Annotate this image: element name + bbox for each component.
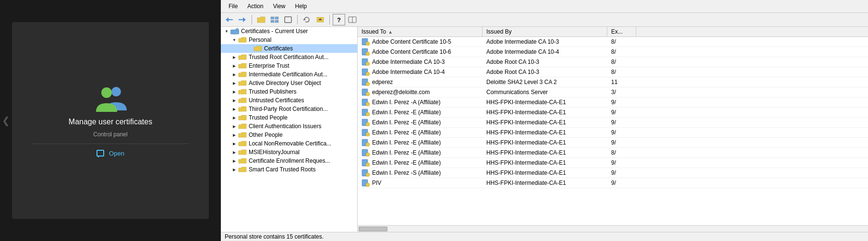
cert-icon [362,48,370,56]
svg-point-25 [366,62,370,66]
tree-item-10[interactable]: ▶Local NonRemovable Certifica... [221,139,357,148]
svg-point-0 [111,87,121,96]
svg-point-29 [366,82,370,86]
svg-point-35 [366,112,370,116]
cell-issued-to: Edwin I. Perez -E (Affiliate) [358,138,482,147]
list-row[interactable]: PIVHHS-FPKI-Intermediate-CA-E19/ [358,178,868,188]
svg-rect-11 [285,17,291,23]
tree-item-7[interactable]: ▶Trusted People [221,113,357,122]
toolbar-forward[interactable] [236,14,249,25]
cell-issued-to: Edwin I. Perez -A (Affiliate) [358,97,482,107]
tree-item-9[interactable]: ▶Other People [221,131,357,139]
tree-item-certificates[interactable]: Certificates [221,44,357,53]
open-icon [96,150,105,157]
menu-view[interactable]: View [269,2,289,11]
tree-item-5[interactable]: ▶Untrusted Certificates [221,96,357,105]
mmc-window: File Action View Help [221,0,868,241]
tree-item-13[interactable]: ▶Smart Card Trusted Roots [221,165,357,174]
list-row[interactable]: Edwin I. Perez -E (Affiliate)HHS-FPKI-In… [358,118,868,128]
tree-item-personal[interactable]: ▼ Personal [221,36,357,44]
svg-rect-7 [271,17,274,19]
list-row[interactable]: Edwin I. Perez -E (Affiliate)HHS-FPKI-In… [358,148,868,158]
list-row[interactable]: Adobe Intermediate CA 10-3Adobe Root CA … [358,57,868,67]
cell-issued-by: Deloitte SHA2 Level 3 CA 2 [482,78,607,86]
tree-label: MSIEHistoryJournal [249,149,300,156]
svg-marker-12 [303,19,306,20]
cell-issued-by: Adobe Root CA 10-3 [482,58,607,66]
tree-item-1[interactable]: ▶Enterprise Trust [221,61,357,70]
cert-icon [362,68,370,76]
list-row[interactable]: Adobe Intermediate CA 10-4Adobe Root CA … [358,67,868,77]
tree-item-11[interactable]: ▶MSIEHistoryJournal [221,148,357,157]
list-row[interactable]: Edwin I. Perez -S (Affiliate)HHS-FPKI-In… [358,168,868,178]
tree-item-0[interactable]: ▶Trusted Root Certification Aut... [221,53,357,61]
col-header-expiry[interactable]: Ex... [607,27,636,36]
cell-expiry: 9/ [607,138,636,147]
list-row[interactable]: Edwin I. Perez -E (Affiliate)HHS-FPKI-In… [358,108,868,118]
tree-item-3[interactable]: ▶Active Directory User Object [221,79,357,87]
list-row[interactable]: Adobe Content Certificate 10-6Adobe Inte… [358,47,868,57]
tree-item-4[interactable]: ▶Trusted Publishers [221,87,357,96]
tree-item-2[interactable]: ▶Intermediate Certification Aut... [221,70,357,79]
toolbar-export[interactable] [314,14,326,25]
toolbar-back[interactable] [223,14,235,25]
toolbar-refresh[interactable] [301,14,313,25]
svg-point-43 [366,153,370,157]
list-row[interactable]: Edwin I. Perez -E (Affiliate)HHS-FPKI-In… [358,128,868,138]
tree-label: Certificate Enrollment Reques... [249,157,330,164]
cert-icon [362,38,370,46]
expand-icon: ▶ [230,114,238,121]
svg-point-41 [366,143,370,146]
expand-icon: ▶ [230,148,238,156]
menu-file[interactable]: File [225,2,241,11]
folder-icon-personal [238,36,247,43]
folder-icon [238,54,247,60]
list-row[interactable]: Adobe Content Certificate 10-5Adobe Inte… [358,37,868,47]
tree-certs-label: Certificates [264,45,293,52]
cell-issued-by: HHS-FPKI-Intermediate-CA-E1 [482,108,607,117]
svg-rect-2 [97,150,104,156]
tree-item-12[interactable]: ▶Certificate Enrollment Reques... [221,157,357,165]
toolbar-sep-3 [329,15,330,24]
collapse-chevron[interactable]: ❮ [2,115,10,126]
cert-icon [362,149,370,157]
tree-item-6[interactable]: ▶Third-Party Root Certification... [221,105,357,113]
list-row[interactable]: edperez@deloitte.comCommunications Serve… [358,87,868,97]
toolbar-sep-2 [297,15,298,24]
tree-item-root[interactable]: ▼ Certificates - Current User [221,27,357,36]
status-bar: Personal store contains 15 certificates. [221,232,868,241]
expand-icon-personal: ▼ [230,36,238,44]
cell-expiry: 9/ [607,98,636,107]
tree-label: Other People [249,132,283,138]
cell-issued-to: Edwin I. Perez -E (Affiliate) [358,148,482,157]
expand-icon: ▶ [230,79,238,87]
expand-icon: ▶ [230,166,238,173]
tree-label: Trusted People [249,114,288,121]
svg-point-19 [236,28,239,31]
open-label: Open [109,150,124,157]
toolbar-help[interactable]: ? [333,14,345,25]
tree-label: Trusted Root Certification Aut... [249,54,328,60]
col-header-issued-to[interactable]: Issued To ▲ [358,27,482,36]
list-row[interactable]: Edwin I. Perez -E (Affiliate)HHS-FPKI-In… [358,158,868,168]
root-icon [230,28,239,35]
toolbar-folder[interactable] [255,14,267,25]
open-button[interactable]: Open [96,150,124,157]
svg-point-33 [366,102,370,106]
tree-item-8[interactable]: ▶Client Authentication Issuers [221,122,357,131]
list-row[interactable]: Edwin I. Perez -E (Affiliate)HHS-FPKI-In… [358,138,868,148]
toolbar-snap[interactable] [346,14,359,25]
toolbar-view[interactable] [268,14,281,25]
toolbar-window[interactable] [282,14,294,25]
list-row[interactable]: Edwin I. Perez -A (Affiliate)HHS-FPKI-In… [358,97,868,108]
col-header-issued-by[interactable]: Issued By [482,27,607,36]
folder-icon [238,114,247,121]
main-content: ▼ Certificates - Current User ▼ Personal [221,27,868,232]
cert-icon [362,119,370,126]
list-row[interactable]: edperezDeloitte SHA2 Level 3 CA 211 [358,77,868,87]
list-hscroll[interactable] [358,225,868,232]
svg-point-27 [366,72,370,76]
menu-help[interactable]: Help [291,2,311,11]
menu-action[interactable]: Action [243,2,267,11]
cell-expiry: 8/ [607,37,636,46]
